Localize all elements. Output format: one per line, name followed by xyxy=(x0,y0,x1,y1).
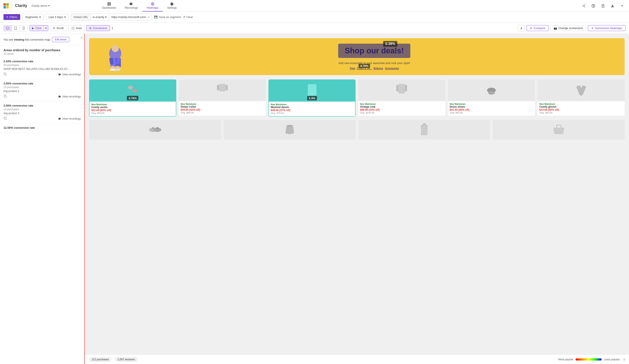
banner-subtitle: Add new essentials to your wardrobe and … xyxy=(133,61,616,65)
svg-point-7 xyxy=(152,3,153,4)
filters-button[interactable]: ≡ Filters xyxy=(3,14,20,20)
svg-point-11 xyxy=(584,6,585,7)
product-card-2[interactable]: New Markdown Washed denim $49.50 (37% of… xyxy=(268,80,356,117)
share-icon[interactable] xyxy=(580,2,587,9)
url-filter-clear-icon[interactable]: × xyxy=(148,15,150,19)
area-name: img product 2 xyxy=(3,90,81,93)
info-tooltip-icon[interactable]: ℹ xyxy=(112,26,113,30)
svg-rect-60 xyxy=(157,127,158,129)
click-tool-caret-button[interactable]: ▾ xyxy=(44,25,48,31)
product-card-3[interactable]: New Markdown Vintage coat $99.99 (33% of… xyxy=(358,80,445,117)
product-image-3 xyxy=(358,80,445,101)
product-card-0[interactable]: New Markdown Comfy socks $23.60 (60% off… xyxy=(89,80,176,117)
segments-button[interactable]: Segments ▾ xyxy=(22,14,44,20)
mobile-view-button[interactable] xyxy=(19,25,28,31)
account-chevron-icon[interactable]: ▾ xyxy=(619,2,626,9)
svg-point-25 xyxy=(23,29,24,29)
banner-heatmap-badge: 0.38% xyxy=(383,41,397,47)
copy-icon[interactable] xyxy=(3,117,7,121)
change-screenshot-button[interactable]: 📷 Change screenshot xyxy=(550,25,586,31)
scroll-icon: ✕ xyxy=(53,26,55,30)
banner-links: Tops Coats & Ja... 0.78% Bottoms Accesso… xyxy=(133,67,616,70)
scroll-tool-button[interactable]: ✕ Scroll xyxy=(50,25,66,31)
click-tool-main-button[interactable]: ▶ Click xyxy=(30,25,44,31)
product-name-1: Stripe t-shirt xyxy=(181,105,264,108)
product-card-5[interactable]: New Markdown Comfy gloves $23.60 (60% of… xyxy=(537,80,625,117)
svg-rect-31 xyxy=(58,95,60,97)
product-orig-0: Orig. $59.00 xyxy=(91,112,174,114)
svg-rect-2 xyxy=(107,4,109,5)
summarize-heatmaps-button[interactable]: ✦ Summarize heatmaps xyxy=(588,25,626,31)
project-selector[interactable]: Clarity demo ▾ xyxy=(31,4,50,7)
product-image-5 xyxy=(537,80,625,101)
product-card-4[interactable]: New Markdown Dress shoes $41.40 (40% off… xyxy=(448,80,535,117)
view-recordings-link-1[interactable]: View recordings xyxy=(58,73,81,76)
legend-info-icon[interactable]: ℹ xyxy=(624,358,625,361)
camera-icon: 📷 xyxy=(554,26,557,30)
edit-areas-button[interactable]: Edit areas xyxy=(52,37,69,42)
banner-link-accessories[interactable]: Accessories xyxy=(385,67,399,70)
svg-point-9 xyxy=(584,4,585,5)
date-range-button[interactable]: Last 3 days ▾ xyxy=(46,14,69,20)
svg-rect-50 xyxy=(226,85,228,90)
product-name-5: Comfy gloves xyxy=(539,105,623,108)
tablet-view-button[interactable] xyxy=(11,25,19,31)
svg-line-13 xyxy=(583,6,584,6)
tab-dashboards[interactable]: Dashboards xyxy=(98,0,120,11)
sidebar-title: Areas ordered by number of purchases xyxy=(3,48,81,52)
svg-rect-4 xyxy=(130,2,132,5)
refresh-icon: ↺ xyxy=(183,15,185,19)
product-card2-2[interactable] xyxy=(358,120,490,140)
svg-rect-30 xyxy=(5,96,6,98)
svg-point-45 xyxy=(115,69,121,71)
area-purchases: 10 purchases xyxy=(3,86,81,89)
product-image-1 xyxy=(179,80,266,101)
copy-icon[interactable] xyxy=(3,94,7,98)
toolbar: ▶ Click ▾ ✕ Scroll ⬜ Area ⊞ Conversion ℹ… xyxy=(0,23,629,34)
conversion-icon: ⊞ xyxy=(89,26,92,30)
svg-marker-32 xyxy=(60,96,61,97)
compare-button[interactable]: ⇄ Compare xyxy=(527,25,548,31)
product-card2-0[interactable] xyxy=(89,120,221,140)
url-filter-operator[interactable]: is exactly ▾ xyxy=(90,14,109,20)
tab-recordings[interactable]: Recordings xyxy=(120,0,142,11)
svg-rect-48 xyxy=(219,84,226,91)
copy-icon[interactable] xyxy=(3,72,7,76)
save-icon: 💾 xyxy=(154,15,157,19)
product-tag-2: New Markdown xyxy=(271,103,353,106)
desktop-view-button[interactable] xyxy=(4,25,11,31)
tab-heatmaps[interactable]: Heatmaps xyxy=(142,0,163,11)
banner-link-tops[interactable]: Tops xyxy=(350,67,355,70)
user-icon[interactable] xyxy=(609,2,616,9)
svg-rect-1 xyxy=(109,2,110,3)
product-tag-0: New Markdown xyxy=(91,103,174,106)
view-recordings-link-2[interactable]: View recordings xyxy=(58,95,81,98)
sidebar-collapse-button[interactable]: « xyxy=(81,36,83,39)
product-card2-3[interactable] xyxy=(493,120,625,140)
help-icon[interactable] xyxy=(590,2,597,9)
area-rate: 12.50% conversion rate xyxy=(3,126,81,129)
product-name-2: Washed denim xyxy=(271,106,353,109)
save-segment-button[interactable]: 💾 Save as segment xyxy=(154,15,181,19)
download-button[interactable] xyxy=(518,25,525,32)
area-purchases: 10 purchases xyxy=(3,108,81,111)
product-card-1[interactable]: New Markdown Stripe t-shirt $39.90 (42% … xyxy=(179,80,266,117)
banner-link-coats[interactable]: Coats & Ja... 0.78% xyxy=(357,67,372,70)
area-tool-button[interactable]: ⬜ Area xyxy=(68,25,85,31)
document-icon[interactable] xyxy=(600,2,606,9)
tab-settings[interactable]: Settings xyxy=(163,0,181,11)
sidebar-notice: You are viewing this conversion map Edit… xyxy=(0,34,84,45)
banner-link-bottoms[interactable]: Bottoms xyxy=(374,67,383,70)
view-recordings-link-3[interactable]: View recordings xyxy=(58,117,81,120)
svg-rect-33 xyxy=(5,118,6,120)
product-orig-1: Orig. $69.00 xyxy=(181,111,264,114)
product-image-4 xyxy=(448,80,535,101)
product-price-3: $99.99 (33% off) xyxy=(360,108,444,111)
product-row2 xyxy=(89,120,625,140)
area-icon: ⬜ xyxy=(71,26,75,30)
clear-button[interactable]: ↺ Clear xyxy=(183,15,193,19)
product-card2-1[interactable] xyxy=(224,120,356,140)
conversion-tool-button[interactable]: ⊞ Conversion xyxy=(86,25,110,31)
banner-link-heatmap-badge: 0.78% xyxy=(359,64,370,68)
area-card-3: 2.05% conversion rate 10 purchases img p… xyxy=(0,101,84,123)
